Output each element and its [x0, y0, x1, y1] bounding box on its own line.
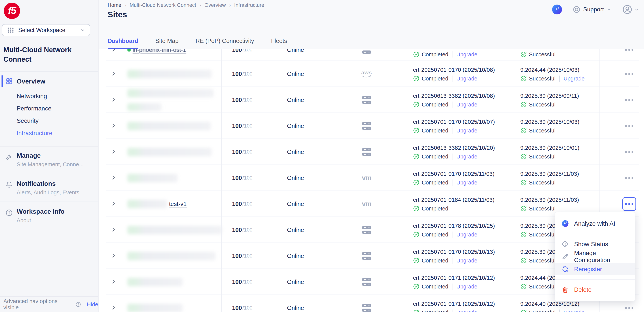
software-version-cell: crt-20250701-0170 (2025/10/13) Completed… [413, 243, 527, 269]
sidebar-item-infrastructure[interactable]: Infrastructure [17, 130, 96, 137]
software-version-cell: crt-20250701-0178 (2025/10/25) Completed… [413, 217, 527, 243]
row-expand-chevron[interactable] [111, 149, 116, 154]
software-upgrade-link[interactable]: Upgrade [456, 257, 477, 264]
divider [559, 76, 560, 82]
software-upgrade-link[interactable]: Upgrade [456, 283, 477, 290]
site-status-cell: Online [287, 243, 304, 269]
software-upgrade-link[interactable]: Upgrade [456, 232, 477, 238]
sidebar-item-networking[interactable]: Networking [17, 93, 47, 100]
site-status-cell: Online [287, 269, 304, 295]
site-name-link[interactable]: in-phoenix-thin-ost-1 [133, 49, 186, 53]
row-expand-chevron[interactable] [111, 305, 116, 310]
chevron-down-icon [634, 7, 639, 12]
software-upgrade-link[interactable]: Upgrade [456, 51, 477, 58]
os-version-cell: 9.2025.39 (2025/10/01) Successful [520, 139, 619, 165]
success-check-icon [413, 179, 420, 186]
sidebar-item-label: Overview [17, 78, 45, 85]
sidebar-section-label[interactable]: Manage [17, 152, 41, 159]
os-status: Successful [529, 257, 556, 264]
redacted-site-name [127, 278, 183, 286]
breadcrumb-item[interactable]: Multi-Cloud Network Connect [130, 2, 196, 8]
row-expand-chevron[interactable] [111, 227, 116, 232]
aws-logo-icon: aws [361, 70, 372, 78]
user-menu[interactable] [622, 4, 639, 15]
support-menu[interactable]: Support [572, 6, 612, 14]
tab-site-map[interactable]: Site Map [155, 38, 178, 49]
success-check-icon [520, 127, 527, 134]
menu-item-analyze-with-ai[interactable]: Analyze with AI [555, 217, 635, 230]
row-expand-chevron[interactable] [111, 201, 116, 207]
sidebar-item-performance[interactable]: Performance [17, 105, 51, 112]
nodes-cell: 100/100 [232, 295, 252, 312]
row-expand-chevron[interactable] [111, 253, 116, 258]
tab-fleets[interactable]: Fleets [271, 38, 287, 49]
software-version-cell: crt-20250701-0184 (2025/11/03) Completed [413, 191, 527, 217]
sidebar-section-label[interactable]: Workspace Info [17, 208, 64, 215]
row-expand-chevron[interactable] [111, 175, 116, 181]
advanced-nav-text: Advanced nav options visible [4, 298, 72, 311]
software-version: crt-20250701-0170 (2025/10/07) [413, 119, 495, 125]
row-actions-button[interactable] [622, 145, 636, 159]
site-name-link[interactable]: test-v1 [169, 201, 187, 207]
software-status: Completed [422, 51, 448, 58]
row-actions-button[interactable] [622, 301, 636, 312]
info-icon [76, 301, 81, 307]
nodes-cell: 100/100 [232, 217, 252, 243]
sidebar-item-security[interactable]: Security [17, 117, 39, 124]
success-check-icon [520, 257, 527, 264]
software-version: crt-20250701-0170 (2025/11/03) [413, 171, 494, 177]
breadcrumb-home-link[interactable]: Home [108, 2, 121, 8]
table-row: 100/100 Online crt-20250613-3382 (2025/1… [106, 87, 639, 113]
divider [452, 153, 452, 160]
menu-item-manage-configuration[interactable]: Manage Configuration [555, 250, 635, 263]
hardware-site-icon [362, 148, 371, 156]
success-check-icon [413, 101, 420, 108]
os-upgrade-link[interactable]: Upgrade [564, 76, 584, 82]
redacted-site-name [127, 89, 214, 97]
ai-assistant-button[interactable] [552, 5, 562, 15]
software-upgrade-link[interactable]: Upgrade [456, 101, 477, 108]
provider-cell [358, 269, 375, 295]
software-upgrade-link[interactable]: Upgrade [456, 153, 477, 160]
site-status-cell: Online [287, 191, 304, 217]
workspace-selector[interactable]: Select Workspace [2, 24, 90, 36]
row-actions-button[interactable] [622, 49, 636, 57]
row-actions-button[interactable] [622, 93, 636, 107]
sidebar-section-label[interactable]: Notifications [17, 180, 56, 187]
row-expand-chevron[interactable] [111, 71, 116, 76]
sidebar-section-desc: Site Management, Conne... [17, 161, 84, 168]
software-version-cell: crt-20250613-3382 (2025/10/08) Completed… [413, 87, 527, 113]
row-actions-button[interactable] [622, 171, 636, 185]
software-upgrade-link[interactable]: Upgrade [456, 127, 477, 134]
row-expand-chevron[interactable] [111, 123, 116, 128]
row-actions-button[interactable] [622, 67, 636, 81]
software-upgrade-link[interactable]: Upgrade [456, 76, 477, 82]
menu-item-show-status[interactable]: Show Status [555, 238, 635, 250]
os-status: Successful [529, 206, 556, 212]
menu-item-delete[interactable]: Delete [555, 283, 635, 296]
chevron-right-icon: › [229, 3, 231, 8]
breadcrumb-item[interactable]: Overview [204, 2, 226, 8]
nodes-cell: 100/100 [232, 269, 252, 295]
os-status: Successful [529, 309, 556, 312]
provider-cell [358, 113, 375, 139]
software-upgrade-link[interactable]: Upgrade [456, 309, 477, 312]
success-check-icon [520, 179, 527, 186]
hide-advanced-nav-link[interactable]: Hide [87, 301, 98, 308]
divider [452, 101, 452, 108]
software-upgrade-link[interactable]: Upgrade [456, 180, 477, 186]
menu-item-reregister[interactable]: Reregister [555, 263, 635, 275]
nodes-cell: 100/100 [232, 139, 252, 165]
os-version: 9.2025.39 (20 [520, 249, 555, 255]
software-version: crt-20250701-0184 (2025/11/03) [413, 197, 494, 203]
software-version: crt-20250701-0171 (2025/10/12) [413, 301, 495, 307]
row-actions-button[interactable] [622, 119, 636, 133]
os-upgrade-link[interactable]: Upgrade [564, 309, 584, 312]
row-expand-chevron[interactable] [111, 97, 116, 102]
tab-dashboard[interactable]: Dashboard [108, 38, 138, 49]
sidebar-item-overview[interactable]: Overview [0, 74, 98, 88]
row-actions-button[interactable] [622, 197, 636, 211]
tab-re-pop-connectivity[interactable]: RE (PoP) Connectivity [196, 38, 254, 49]
row-expand-chevron[interactable] [111, 49, 116, 52]
row-expand-chevron[interactable] [111, 279, 116, 284]
